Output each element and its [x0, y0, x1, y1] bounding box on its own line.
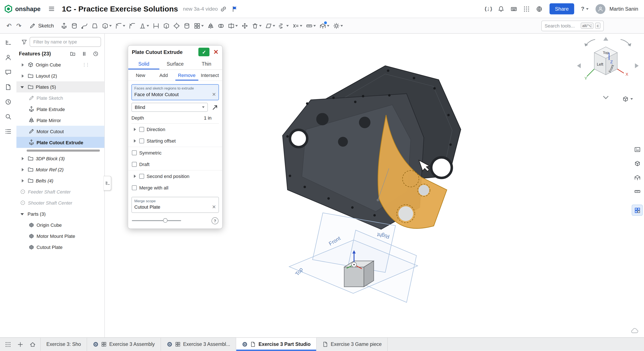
part-item[interactable]: Origin Cube: [16, 219, 104, 230]
loft-tool-button[interactable]: [90, 20, 100, 32]
avatar[interactable]: [596, 4, 605, 14]
collaborators-icon[interactable]: [2, 52, 14, 63]
part-item[interactable]: Motor Mount Plate: [16, 231, 104, 242]
bearing-hole[interactable]: [431, 157, 452, 178]
featurescript-tool-button[interactable]: [332, 20, 345, 32]
transform-tool-button[interactable]: [240, 20, 250, 32]
pause-icon[interactable]: [82, 51, 87, 57]
chevron-down-icon[interactable]: [20, 211, 26, 217]
origin-cube-part[interactable]: [344, 261, 374, 287]
document-tab-0[interactable]: Exercise 3: Sho: [40, 338, 87, 351]
chevron-down-icon[interactable]: [109, 25, 112, 27]
merge-scope-field[interactable]: Merge scope Cutout Plate ✕: [132, 197, 219, 213]
comments-icon[interactable]: [2, 67, 14, 78]
undo-icon[interactable]: ↶: [4, 20, 14, 31]
plane-tool-button[interactable]: [264, 20, 277, 32]
help-menu[interactable]: ?: [579, 6, 590, 12]
view-cube[interactable]: Top Left Front Y X Z: [573, 35, 643, 104]
create-folder-icon[interactable]: [70, 51, 76, 57]
sketch-button[interactable]: Sketch: [26, 20, 58, 32]
chevron-right-icon[interactable]: [20, 167, 26, 172]
feature-list-icon[interactable]: [2, 37, 14, 49]
chevron-right-icon[interactable]: [20, 73, 26, 79]
add-tab-icon[interactable]: [15, 339, 25, 350]
boss-tool-button[interactable]: [182, 20, 192, 32]
direction-checkbox[interactable]: [139, 127, 144, 132]
viewcube-collapse-chevron[interactable]: [603, 96, 608, 99]
properties-panel-icon[interactable]: [632, 186, 643, 197]
symmetric-checkbox[interactable]: [132, 150, 137, 155]
feature-item[interactable]: Motor Ref (2): [16, 164, 104, 175]
main-menu-icon[interactable]: [46, 4, 57, 14]
featurescript-icon[interactable]: {;}: [483, 3, 494, 15]
chevron-down-icon[interactable]: [236, 25, 238, 27]
thicken-tool-button[interactable]: [100, 20, 114, 32]
feature-item[interactable]: Origin Cube⋮⋮: [16, 59, 104, 70]
second-end-checkbox[interactable]: [139, 174, 144, 179]
mirror-tool-button[interactable]: [206, 20, 216, 32]
chevron-down-icon[interactable]: [201, 25, 204, 27]
op-new[interactable]: New: [129, 70, 152, 81]
feature-item[interactable]: Belts (4): [16, 175, 104, 186]
variable-tool-button[interactable]: [291, 20, 304, 32]
chevron-down-icon[interactable]: [273, 25, 276, 27]
extrude-tool-button[interactable]: [59, 20, 69, 32]
home-icon[interactable]: [27, 339, 38, 350]
op-add[interactable]: Add: [152, 70, 175, 81]
feature-item[interactable]: Motor Cutout: [16, 126, 104, 137]
draft-tool-button[interactable]: [138, 20, 151, 32]
document-tab-4[interactable]: Exercise 3 Game piece: [317, 338, 388, 351]
tab-solid[interactable]: Solid: [128, 58, 160, 70]
community-globe-icon[interactable]: [534, 3, 545, 15]
fillet-tool-button[interactable]: [114, 20, 127, 32]
slider-knob[interactable]: [163, 218, 168, 223]
merge-with-all-checkbox[interactable]: [132, 185, 137, 190]
redo-icon[interactable]: ↷: [14, 20, 24, 31]
chevron-right-icon[interactable]: [132, 173, 137, 179]
chevron-down-icon[interactable]: [341, 25, 343, 27]
rib-tool-button[interactable]: [151, 20, 161, 32]
chevron-right-icon[interactable]: [20, 156, 26, 161]
plate-hole[interactable]: [316, 113, 328, 125]
chevron-down-icon[interactable]: [313, 25, 316, 27]
chevron-down-icon[interactable]: [123, 25, 126, 27]
flyout-handle[interactable]: [104, 176, 112, 191]
op-intersect[interactable]: Intersect: [198, 70, 221, 81]
feature-item[interactable]: Plate Sketch: [16, 93, 104, 104]
sheet-metal-tool-button[interactable]: [318, 20, 331, 32]
document-panel-icon[interactable]: [2, 81, 14, 93]
direction-option[interactable]: Direction: [128, 124, 222, 135]
keyboard-shortcuts-icon[interactable]: [508, 3, 520, 15]
second-end-option[interactable]: Second end position: [128, 170, 222, 182]
outline-icon[interactable]: [2, 126, 14, 137]
feature-item[interactable]: Plate Mirror: [16, 115, 104, 126]
chevron-down-icon[interactable]: [20, 84, 26, 90]
chevron-right-icon[interactable]: [20, 62, 26, 68]
tables-panel-icon[interactable]: [632, 205, 643, 216]
view-options-button[interactable]: [620, 95, 635, 103]
end-condition-select[interactable]: Blind: [132, 103, 208, 112]
symmetric-option[interactable]: Symmetric: [128, 147, 222, 159]
search-icon[interactable]: [2, 111, 14, 123]
flip-direction-button[interactable]: [211, 103, 219, 112]
op-remove[interactable]: Remove: [175, 70, 198, 81]
boolean-tool-button[interactable]: [216, 20, 226, 32]
parts-section-header[interactable]: Parts (3): [16, 208, 104, 219]
part-item[interactable]: Cutout Plate: [16, 242, 104, 253]
draft-option[interactable]: Draft: [128, 159, 222, 170]
history-icon[interactable]: [2, 96, 14, 108]
plate-hole[interactable]: [359, 117, 370, 128]
chevron-right-icon[interactable]: [132, 138, 137, 144]
chamfer-tool-button[interactable]: [128, 20, 137, 32]
history-clock-icon[interactable]: [93, 51, 99, 57]
search-tools[interactable]: Search tools... alt/⌥ c: [541, 20, 604, 31]
depth-input[interactable]: 1 in: [204, 116, 219, 120]
hole-tool-button[interactable]: [172, 20, 182, 32]
configurations-panel-icon[interactable]: [632, 172, 643, 183]
chevron-down-icon[interactable]: [300, 25, 302, 27]
tab-thin[interactable]: Thin: [191, 58, 222, 70]
confirm-button[interactable]: ✓: [198, 48, 210, 56]
document-tab-2[interactable]: Exercise 3 Assembl...: [161, 338, 236, 351]
clear-merge-scope-icon[interactable]: ✕: [212, 204, 216, 210]
named-views-panel-icon[interactable]: [632, 158, 643, 169]
